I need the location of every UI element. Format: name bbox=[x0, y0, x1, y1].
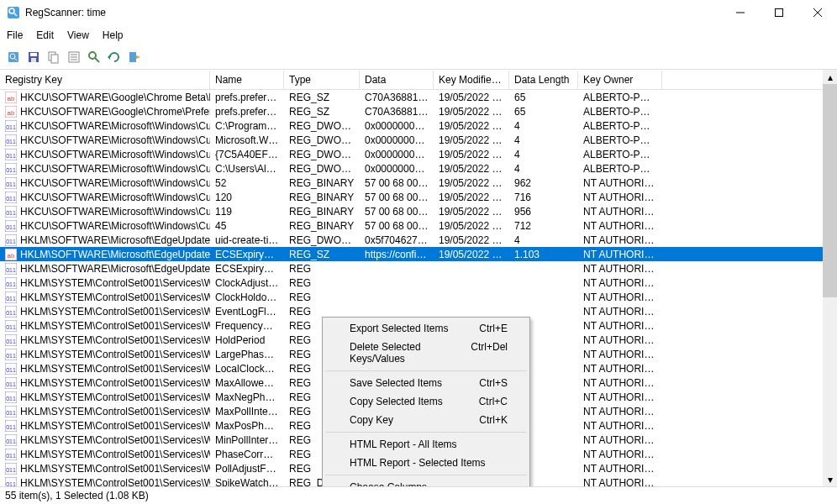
table-row[interactable]: 011HKCU\SOFTWARE\Microsoft\Windows\Curre… bbox=[0, 218, 823, 233]
cell-key: HKLM\SYSTEM\ControlSet001\Services\W32Ti… bbox=[20, 377, 210, 389]
string-value-icon: ab bbox=[5, 249, 17, 260]
cell-name: PollAdjustFactor bbox=[210, 462, 284, 475]
export-tool-icon[interactable] bbox=[126, 49, 143, 66]
cell-modified: 19/05/2022 10:... bbox=[434, 119, 509, 133]
context-menu-item[interactable]: Save Selected ItemsCtrl+S bbox=[324, 374, 528, 392]
table-row[interactable]: 011HKLM\SYSTEM\ControlSet001\Services\W3… bbox=[0, 276, 823, 290]
col-registry-key[interactable]: Registry Key bbox=[0, 71, 210, 89]
cell-data bbox=[360, 297, 434, 298]
cell-modified: 19/05/2022 10:... bbox=[434, 176, 509, 190]
context-menu-accel: Ctrl+C bbox=[479, 396, 508, 407]
svg-text:011: 011 bbox=[6, 281, 16, 286]
context-menu-label: Copy Key bbox=[350, 414, 393, 426]
table-row[interactable]: abHKCU\SOFTWARE\Google\Chrome\Preference… bbox=[0, 104, 823, 118]
table-row[interactable]: 011HKLM\SOFTWARE\Microsoft\EdgeUpdateuid… bbox=[0, 233, 823, 247]
menu-file[interactable]: File bbox=[0, 27, 29, 44]
context-menu-item[interactable]: HTML Report - Selected Items bbox=[324, 454, 528, 472]
cell-name: MinPollInterval bbox=[210, 433, 284, 447]
binary-value-icon: 011 bbox=[5, 277, 17, 289]
cell-key: HKLM\SYSTEM\ControlSet001\Services\W32Ti… bbox=[20, 363, 210, 375]
cell-type: REG_SZ bbox=[284, 91, 360, 104]
context-menu-label: HTML Report - All Items bbox=[350, 438, 457, 450]
svg-text:011: 011 bbox=[6, 466, 16, 472]
cell-data: 0x5f704627 (16... bbox=[360, 234, 434, 247]
svg-text:011: 011 bbox=[6, 438, 16, 444]
scroll-down-icon[interactable]: ▾ bbox=[823, 472, 837, 486]
cell-owner: NT AUTHORIT... bbox=[578, 448, 662, 461]
table-row[interactable]: 011HKCU\SOFTWARE\Microsoft\Windows\Curre… bbox=[0, 118, 823, 133]
table-row[interactable]: 011HKCU\SOFTWARE\Microsoft\Windows\Curre… bbox=[0, 133, 823, 147]
binary-value-icon: 011 bbox=[5, 134, 17, 146]
cell-modified bbox=[434, 268, 509, 270]
table-row[interactable]: 011HKCU\SOFTWARE\Microsoft\Windows\Curre… bbox=[0, 147, 823, 161]
svg-text:011: 011 bbox=[6, 166, 16, 172]
cell-name: prefs.preferenc... bbox=[210, 105, 284, 118]
table-row[interactable]: 011HKCU\SOFTWARE\Microsoft\Windows\Curre… bbox=[0, 161, 823, 176]
cell-name: LocalClockDis... bbox=[210, 362, 284, 375]
table-row[interactable]: 011HKLM\SOFTWARE\Microsoft\EdgeUpdateECS… bbox=[0, 261, 823, 276]
refresh-tool-icon[interactable] bbox=[106, 49, 123, 66]
svg-text:ab: ab bbox=[8, 95, 15, 102]
scroll-up-icon[interactable]: ▴ bbox=[823, 70, 837, 84]
svg-text:011: 011 bbox=[6, 238, 16, 244]
table-row[interactable]: abHKCU\SOFTWARE\Google\Chrome Beta\Prefe… bbox=[0, 90, 823, 104]
context-menu-item[interactable]: Export Selected ItemsCtrl+E bbox=[324, 319, 528, 338]
cell-length: 956 bbox=[509, 205, 578, 218]
binary-value-icon: 011 bbox=[5, 263, 17, 275]
statusbar: 55 item(s), 1 Selected (1.08 KB) bbox=[0, 486, 837, 504]
col-length[interactable]: Data Length bbox=[509, 71, 578, 89]
context-menu-item[interactable]: Copy KeyCtrl+K bbox=[324, 411, 528, 429]
table-row[interactable]: 011HKCU\SOFTWARE\Microsoft\Windows\Curre… bbox=[0, 204, 823, 218]
col-type[interactable]: Type bbox=[284, 71, 360, 89]
table-row[interactable]: abHKLM\SOFTWARE\Microsoft\EdgeUpdateECSE… bbox=[0, 247, 823, 261]
binary-value-icon: 011 bbox=[5, 120, 17, 132]
cell-key: HKCU\SOFTWARE\Google\Chrome\Preference..… bbox=[20, 106, 210, 118]
col-name[interactable]: Name bbox=[210, 71, 284, 89]
cell-owner: NT AUTHORIT... bbox=[578, 333, 662, 347]
cell-name: ClockHoldover... bbox=[210, 291, 284, 304]
cell-modified: 19/05/2022 10:... bbox=[434, 219, 509, 233]
context-menu-accel: Ctrl+Del bbox=[471, 341, 508, 365]
minimize-button[interactable] bbox=[721, 0, 760, 25]
col-owner[interactable]: Key Owner bbox=[578, 71, 662, 89]
save-tool-icon[interactable] bbox=[25, 49, 42, 66]
menu-edit[interactable]: Edit bbox=[29, 27, 61, 44]
table-row[interactable]: 011HKCU\SOFTWARE\Microsoft\Windows\Curre… bbox=[0, 176, 823, 190]
menu-view[interactable]: View bbox=[61, 27, 96, 44]
cell-name: HoldPeriod bbox=[210, 333, 284, 347]
col-data[interactable]: Data bbox=[360, 71, 434, 89]
context-menu-item[interactable]: Delete Selected Keys/ValuesCtrl+Del bbox=[324, 338, 528, 368]
copy-tool-icon[interactable] bbox=[45, 49, 62, 66]
context-menu-item[interactable]: Copy Selected ItemsCtrl+C bbox=[324, 392, 528, 411]
cell-data: 0x00000002 (2) bbox=[360, 148, 434, 161]
scroll-track[interactable] bbox=[823, 84, 837, 472]
col-modified[interactable]: Key Modified T... bbox=[434, 71, 509, 89]
cell-type: REG bbox=[284, 276, 360, 290]
menubar: File Edit View Help bbox=[0, 25, 837, 45]
cell-owner: NT AUTHORIT... bbox=[578, 291, 662, 304]
properties-tool-icon[interactable] bbox=[66, 49, 82, 66]
cell-owner: ALBERTO-PCC... bbox=[578, 148, 662, 161]
table-row[interactable]: 011HKCU\SOFTWARE\Microsoft\Windows\Curre… bbox=[0, 190, 823, 204]
find-tool-icon[interactable] bbox=[86, 49, 103, 66]
cell-data: C70A36881C75... bbox=[360, 91, 434, 104]
scan-tool-icon[interactable] bbox=[5, 49, 22, 66]
cell-name: MaxAllowedP... bbox=[210, 376, 284, 390]
context-menu-label: Export Selected Items bbox=[350, 323, 448, 334]
binary-value-icon: 011 bbox=[5, 334, 17, 346]
table-row[interactable]: 011HKLM\SYSTEM\ControlSet001\Services\W3… bbox=[0, 290, 823, 304]
binary-value-icon: 011 bbox=[5, 234, 17, 246]
vertical-scrollbar[interactable]: ▴ ▾ bbox=[823, 70, 837, 486]
cell-owner: NT AUTHORIT... bbox=[578, 376, 662, 390]
cell-data bbox=[360, 311, 434, 312]
svg-marker-21 bbox=[108, 55, 110, 60]
context-menu-item[interactable]: Choose Columns bbox=[324, 478, 528, 486]
menu-help[interactable]: Help bbox=[96, 27, 130, 44]
cell-key: HKLM\SYSTEM\ControlSet001\Services\W32Ti… bbox=[20, 463, 210, 475]
close-button[interactable] bbox=[798, 0, 837, 25]
scroll-thumb[interactable] bbox=[823, 84, 837, 297]
context-menu-item[interactable]: HTML Report - All Items bbox=[324, 435, 528, 454]
cell-type: REG_BINARY bbox=[284, 205, 360, 218]
binary-value-icon: 011 bbox=[5, 477, 17, 487]
maximize-button[interactable] bbox=[760, 0, 798, 25]
